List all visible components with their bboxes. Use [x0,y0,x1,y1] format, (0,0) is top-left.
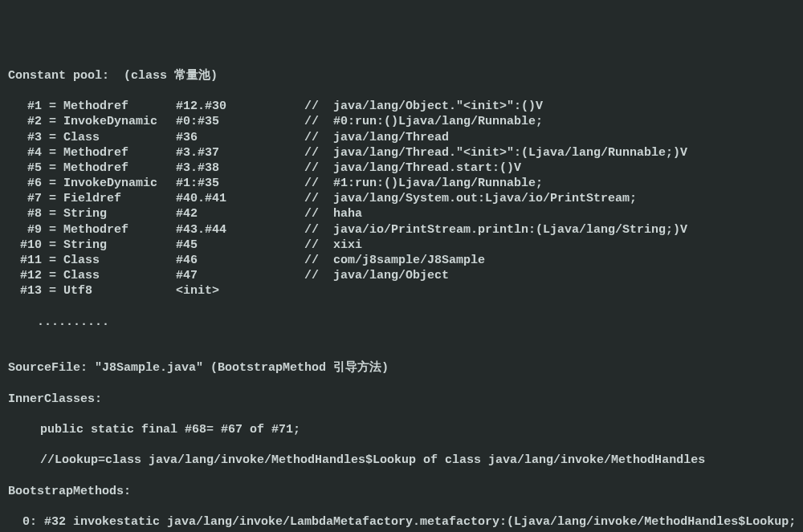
pool-comment: haha [333,206,362,221]
pool-index: #6 [8,176,42,191]
pool-type: Utf8 [63,283,176,298]
pool-comment: #1:run:()Ljava/lang/Runnable; [333,176,543,191]
bootstrap-label: BootstrapMethods: [8,484,795,499]
pool-index: #3 [8,130,42,145]
pool-ref: #3.#37 [176,145,304,160]
pool-type: Class [63,253,176,268]
pool-ref: <init> [176,283,304,298]
constant-pool-header: Constant pool: (class 常量池) [8,68,795,83]
pool-comment: java/lang/System.out:Ljava/io/PrintStrea… [333,191,637,206]
pool-eq: = [42,238,63,253]
pool-entry: #3 = Class#36// java/lang/Thread [8,130,795,145]
pool-type: InvokeDynamic [63,176,176,191]
pool-eq: = [42,268,63,283]
pool-comment: java/lang/Thread."<init>":(Ljava/lang/Ru… [333,145,687,160]
pool-ref: #0:#35 [176,114,304,129]
pool-eq: = [42,176,63,191]
pool-comment-sep: // [304,99,333,114]
pool-comment-sep: // [304,176,333,191]
pool-ref: #47 [176,268,304,283]
sourcefile-line: SourceFile: "J8Sample.java" (BootstrapMe… [8,360,795,376]
pool-entry: #8 = String#42// haha [8,206,795,221]
pool-eq: = [42,222,63,238]
innerclasses-comment: //Lookup=class java/lang/invoke/MethodHa… [8,453,795,468]
pool-ref: #42 [176,206,304,221]
pool-comment: java/lang/Object [333,268,449,283]
pool-eq: = [42,191,63,206]
pool-eq: = [42,130,63,145]
pool-ref: #43.#44 [176,222,304,238]
pool-eq: = [42,145,63,160]
pool-comment: xixi [333,238,362,253]
pool-index: #2 [8,114,42,129]
pool-entry: #2 = InvokeDynamic#0:#35// #0:run:()Ljav… [8,114,795,129]
pool-index: #10 [8,238,42,253]
pool-type: Class [63,130,176,145]
pool-type: Methodref [63,145,176,160]
pool-comment-sep: // [304,268,333,283]
bootstrap-method-0: 0: #32 invokestatic java/lang/invoke/Lam… [8,514,795,530]
pool-comment-sep: // [304,206,333,221]
pool-type: InvokeDynamic [63,114,176,129]
pool-ellipsis: .......... [8,315,795,330]
pool-type: Class [63,268,176,283]
pool-index: #5 [8,160,42,176]
pool-entry: #1 = Methodref#12.#30// java/lang/Object… [8,99,795,114]
pool-ref: #45 [176,238,304,253]
pool-eq: = [42,283,63,298]
pool-type: Methodref [63,99,176,114]
pool-comment: com/j8sample/J8Sample [333,253,485,268]
pool-comment: #0:run:()Ljava/lang/Runnable; [333,114,543,129]
innerclasses-entry: public static final #68= #67 of #71; [8,422,795,437]
pool-type: Fieldref [63,191,176,206]
pool-index: #12 [8,268,42,283]
pool-index: #13 [8,283,42,298]
pool-comment: java/lang/Object."<init>":()V [333,99,543,114]
pool-ref: #46 [176,253,304,268]
pool-eq: = [42,160,63,176]
pool-comment-sep: // [304,222,333,238]
pool-comment-sep: // [304,114,333,129]
pool-entry: #10 = String#45// xixi [8,238,795,253]
pool-ref: #36 [176,130,304,145]
pool-entry: #6 = InvokeDynamic#1:#35// #1:run:()Ljav… [8,176,795,191]
pool-ref: #3.#38 [176,160,304,176]
pool-comment: java/io/PrintStream.println:(Ljava/lang/… [333,222,687,238]
pool-entry: #4 = Methodref#3.#37// java/lang/Thread.… [8,145,795,160]
pool-comment-sep: // [304,160,333,176]
innerclasses-label: InnerClasses: [8,392,795,407]
pool-comment-sep: // [304,130,333,145]
pool-comment-sep: // [304,145,333,160]
pool-comment-sep: // [304,191,333,206]
pool-eq: = [42,99,63,114]
pool-entry: #11 = Class#46// com/j8sample/J8Sample [8,253,795,268]
pool-eq: = [42,114,63,129]
constant-pool-list: #1 = Methodref#12.#30// java/lang/Object… [8,99,795,298]
pool-entry: #7 = Fieldref#40.#41// java/lang/System.… [8,191,795,206]
pool-index: #4 [8,145,42,160]
pool-type: Methodref [63,160,176,176]
pool-type: String [63,206,176,221]
pool-entry: #12 = Class#47// java/lang/Object [8,268,795,283]
pool-index: #7 [8,191,42,206]
pool-index: #11 [8,253,42,268]
pool-entry: #9 = Methodref#43.#44// java/io/PrintStr… [8,222,795,238]
pool-index: #1 [8,99,42,114]
pool-ref: #1:#35 [176,176,304,191]
pool-ref: #40.#41 [176,191,304,206]
pool-eq: = [42,206,63,221]
pool-comment-sep: // [304,253,333,268]
pool-type: Methodref [63,222,176,238]
pool-index: #8 [8,206,42,221]
pool-eq: = [42,253,63,268]
pool-type: String [63,238,176,253]
pool-comment: java/lang/Thread [333,130,449,145]
pool-comment: java/lang/Thread.start:()V [333,160,521,176]
pool-index: #9 [8,222,42,238]
pool-entry: #13 = Utf8<init> [8,283,795,298]
pool-comment-sep: // [304,238,333,253]
pool-entry: #5 = Methodref#3.#38// java/lang/Thread.… [8,160,795,176]
pool-ref: #12.#30 [176,99,304,114]
